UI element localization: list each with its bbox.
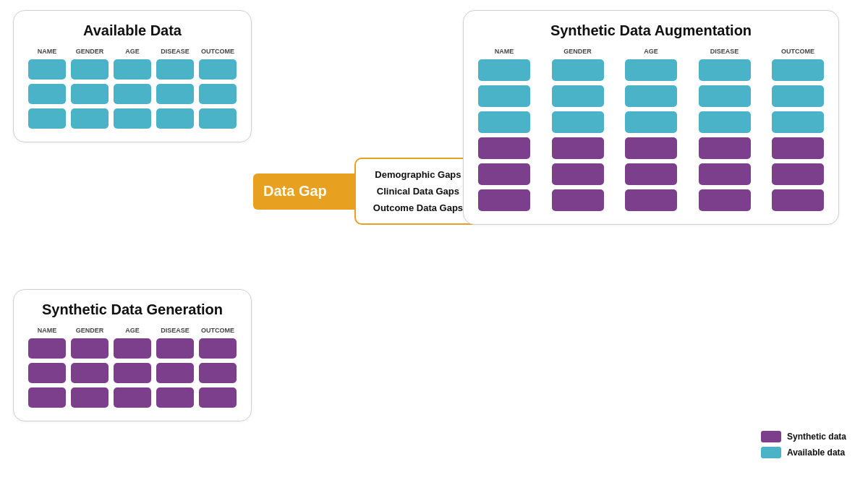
table-row xyxy=(28,338,237,359)
data-cell xyxy=(156,108,194,129)
data-cell xyxy=(699,85,751,107)
data-cell xyxy=(199,363,237,383)
data-cell xyxy=(156,84,194,104)
synthetic-gen-panel: Synthetic Data Generation NAME GENDER AG… xyxy=(13,289,252,421)
data-gap-label: Data Gap xyxy=(253,173,337,210)
data-cell xyxy=(28,387,66,408)
legend-color-available xyxy=(761,447,781,458)
data-cell xyxy=(71,338,109,359)
aug-col-age: AGE xyxy=(625,48,677,55)
col-gender: GENDER xyxy=(71,48,109,55)
data-cell xyxy=(114,108,151,129)
data-cell xyxy=(114,363,151,383)
data-cell xyxy=(28,59,66,80)
synthetic-gen-col-headers: NAME GENDER AGE DISEASE OUTCOME xyxy=(28,327,237,334)
data-cell xyxy=(71,59,109,80)
data-cell xyxy=(28,108,66,129)
col-name: NAME xyxy=(28,327,66,334)
data-cell xyxy=(552,85,604,107)
data-cell xyxy=(199,108,237,129)
synthetic-gen-title: Synthetic Data Generation xyxy=(28,301,237,318)
data-cell xyxy=(71,108,109,129)
data-cell xyxy=(772,163,824,185)
legend-item-available: Available data xyxy=(761,447,846,458)
available-data-rows xyxy=(28,59,237,129)
data-cell xyxy=(199,387,237,408)
data-cell xyxy=(478,85,530,107)
data-cell xyxy=(114,59,151,80)
synthetic-augmentation-panel: Synthetic Data Augmentation NAME GENDER … xyxy=(463,10,839,225)
data-cell xyxy=(699,163,751,185)
data-cell xyxy=(552,111,604,133)
col-gender: GENDER xyxy=(71,327,109,334)
data-cell xyxy=(699,59,751,81)
data-cell xyxy=(772,137,824,159)
data-cell xyxy=(114,338,151,359)
legend: Synthetic data Available data xyxy=(761,431,846,458)
gap-item-outcome: Outcome Data Gaps xyxy=(373,202,463,213)
data-cell xyxy=(772,111,824,133)
data-cell xyxy=(478,59,530,81)
data-cell xyxy=(478,137,530,159)
data-cell xyxy=(625,59,677,81)
aug-col-name: NAME xyxy=(478,48,530,55)
col-disease: DISEASE xyxy=(156,327,194,334)
table-row xyxy=(478,137,824,159)
data-cell xyxy=(156,59,194,80)
available-data-col-headers: NAME GENDER AGE DISEASE OUTCOME xyxy=(28,48,237,55)
available-data-title: Available Data xyxy=(28,22,237,39)
data-cell xyxy=(478,189,530,211)
synthetic-gen-rows xyxy=(28,338,237,408)
legend-label-available: Available data xyxy=(787,447,845,458)
data-cell xyxy=(552,189,604,211)
table-row xyxy=(478,59,824,81)
main-layout: Available Data NAME GENDER AGE DISEASE O… xyxy=(0,0,868,480)
table-row xyxy=(28,363,237,383)
legend-label-synthetic: Synthetic data xyxy=(787,432,846,442)
aug-col-gender: GENDER xyxy=(552,48,604,55)
table-row xyxy=(28,84,237,104)
data-cell xyxy=(552,137,604,159)
col-name: NAME xyxy=(28,48,66,55)
data-cell xyxy=(772,85,824,107)
data-cell xyxy=(699,189,751,211)
data-cell xyxy=(699,111,751,133)
data-cell xyxy=(114,84,151,104)
data-cell xyxy=(156,338,194,359)
col-outcome: OUTCOME xyxy=(199,48,237,55)
table-row xyxy=(478,111,824,133)
data-cell xyxy=(71,84,109,104)
table-row xyxy=(28,108,237,129)
table-row xyxy=(478,163,824,185)
data-cell xyxy=(478,111,530,133)
data-cell xyxy=(28,84,66,104)
data-cell xyxy=(199,338,237,359)
legend-item-synthetic: Synthetic data xyxy=(761,431,846,442)
data-cell xyxy=(28,338,66,359)
data-cell xyxy=(625,163,677,185)
available-data-panel: Available Data NAME GENDER AGE DISEASE O… xyxy=(13,10,252,142)
gap-left: Data Gap xyxy=(253,173,354,210)
aug-col-disease: DISEASE xyxy=(699,48,751,55)
table-row xyxy=(28,59,237,80)
data-cell xyxy=(478,163,530,185)
data-cell xyxy=(625,137,677,159)
data-cell xyxy=(625,85,677,107)
data-cell xyxy=(28,363,66,383)
data-cell xyxy=(71,387,109,408)
data-cell xyxy=(772,189,824,211)
data-cell xyxy=(71,363,109,383)
data-cell xyxy=(156,363,194,383)
data-cell xyxy=(199,84,237,104)
data-cell xyxy=(772,59,824,81)
col-age: AGE xyxy=(114,48,151,55)
data-cell xyxy=(699,137,751,159)
data-cell xyxy=(114,387,151,408)
data-cell xyxy=(156,387,194,408)
table-row xyxy=(28,387,237,408)
aug-col-headers: NAME GENDER AGE DISEASE OUTCOME xyxy=(478,48,824,55)
aug-data-rows xyxy=(478,59,824,211)
gap-item-demographic: Demographic Gaps xyxy=(373,169,463,180)
legend-color-synthetic xyxy=(761,431,781,442)
synthetic-augmentation-title: Synthetic Data Augmentation xyxy=(478,22,824,39)
